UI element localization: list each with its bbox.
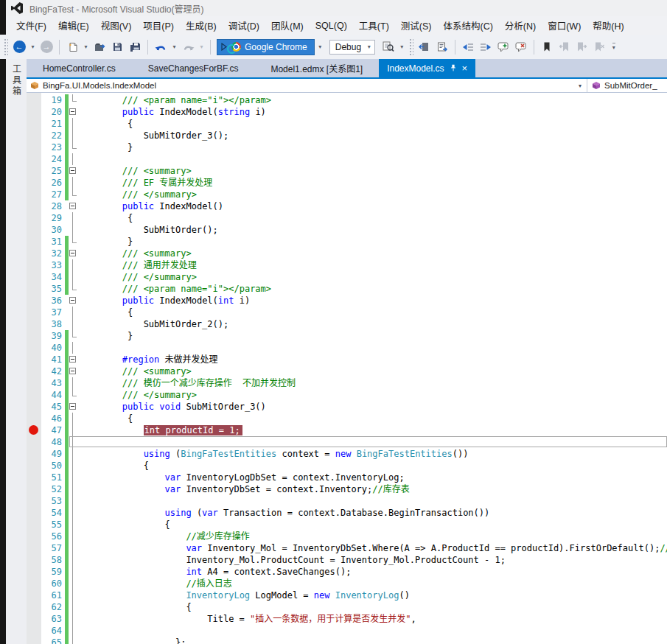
breakpoint-margin[interactable] [27, 153, 41, 165]
code-text[interactable]: var InventoryLogDbSet = context.Inventor… [80, 472, 405, 483]
code-text[interactable]: { [80, 212, 133, 224]
code-text[interactable]: /// <summary> [80, 248, 192, 259]
collapse-box-icon[interactable] [69, 203, 76, 209]
code-text[interactable]: using (BingFaTestEntities context = new … [80, 448, 468, 460]
type-dropdown[interactable]: BingFa.UI.Models.IndexModel [27, 81, 573, 90]
code-text[interactable]: //插入日志 [80, 578, 232, 589]
start-debug-dropdown[interactable]: ▾ [316, 43, 324, 50]
code-text[interactable]: /// EF 专属并发处理 [80, 177, 212, 189]
outline-margin[interactable] [69, 165, 80, 177]
code-text[interactable]: var InventoryDbSet = context.Inventory;/… [80, 483, 410, 495]
menu-item[interactable]: 帮助(H) [587, 15, 629, 35]
start-debug-button[interactable]: Google Chrome [217, 39, 315, 55]
outline-margin[interactable] [69, 365, 80, 377]
collapse-box-icon[interactable] [69, 368, 76, 374]
collapse-box-icon[interactable] [69, 167, 76, 174]
breakpoint-margin[interactable] [27, 554, 41, 566]
breakpoint-margin[interactable] [27, 106, 41, 118]
code-text[interactable]: /// <summary> [80, 165, 192, 177]
document-tab[interactable]: HomeController.cs [27, 59, 132, 77]
code-text[interactable]: //减少库存操作 [80, 531, 250, 542]
breakpoint-margin[interactable] [27, 283, 41, 295]
collapse-box-icon[interactable] [69, 297, 76, 304]
menu-item[interactable]: 测试(S) [395, 15, 438, 35]
peek-definition-button[interactable] [434, 39, 450, 55]
breakpoint-icon[interactable] [29, 425, 38, 435]
breakpoint-margin[interactable] [27, 448, 41, 460]
close-tab-icon[interactable]: × [462, 64, 468, 73]
outline-margin[interactable] [69, 354, 80, 365]
breakpoint-margin[interactable] [27, 259, 41, 271]
document-tab[interactable]: Model1.edmx [关系图1] [254, 59, 379, 77]
menu-item[interactable]: 项目(P) [137, 15, 180, 35]
code-text[interactable]: public IndexModel(int i) [80, 295, 250, 307]
code-text[interactable]: } [80, 141, 133, 153]
breakpoint-margin[interactable] [27, 130, 41, 141]
toolbar-overflow-dropdown[interactable]: ▾ [612, 43, 615, 51]
breakpoint-margin[interactable] [27, 460, 41, 472]
code-text[interactable]: public IndexModel(string i) [80, 106, 266, 118]
breakpoint-margin[interactable] [27, 483, 41, 495]
menu-item[interactable]: 编辑(E) [52, 15, 95, 35]
code-text[interactable]: int productId = 1; [80, 424, 242, 436]
navigate-forward-button[interactable]: → [38, 39, 55, 55]
pin-icon[interactable] [450, 63, 457, 74]
document-tab[interactable]: IndexModel.cs× [379, 59, 475, 77]
code-text[interactable]: /// </summary> [80, 189, 197, 200]
previous-bookmark-button[interactable] [556, 39, 573, 55]
breakpoint-margin[interactable] [27, 377, 41, 389]
breakpoint-margin[interactable] [27, 424, 41, 436]
code-text[interactable]: /// 通用并发处理 [80, 259, 197, 271]
breakpoint-margin[interactable] [27, 601, 41, 613]
menu-item[interactable]: 体系结构(C) [437, 15, 498, 35]
breakpoint-margin[interactable] [27, 318, 41, 330]
code-text[interactable]: /// <param name="i"></param> [80, 94, 271, 106]
breakpoint-margin[interactable] [27, 248, 41, 259]
breakpoint-margin[interactable] [27, 295, 41, 307]
code-editor[interactable]: 19/// <param name="i"></param>20public I… [27, 93, 667, 644]
toggle-bookmark-button[interactable] [539, 39, 555, 55]
breakpoint-margin[interactable] [27, 531, 41, 542]
toolbar-grip[interactable] [4, 38, 8, 56]
breakpoint-margin[interactable] [27, 578, 41, 589]
comment-out-button[interactable] [495, 39, 511, 55]
toolbar-grip[interactable] [409, 38, 413, 56]
toolbox-tab[interactable]: 工具箱 [10, 64, 23, 107]
document-tab[interactable]: SaveChangesForBF.cs [132, 59, 255, 77]
next-bookmark-button[interactable] [574, 39, 590, 55]
menu-item[interactable]: 团队(M) [265, 15, 310, 35]
breakpoint-margin[interactable] [27, 94, 41, 106]
code-text[interactable]: using (var Transaction = context.Databas… [80, 507, 489, 519]
code-text[interactable]: { [80, 307, 133, 318]
menu-item[interactable]: 窗口(W) [542, 15, 587, 35]
breakpoint-margin[interactable] [27, 224, 41, 236]
breakpoint-margin[interactable] [27, 413, 41, 424]
save-button[interactable] [109, 39, 125, 55]
code-text[interactable]: /// </summary> [80, 271, 197, 283]
breakpoint-margin[interactable] [27, 141, 41, 153]
breakpoint-margin[interactable] [27, 342, 41, 354]
undo-dropdown[interactable]: ▾ [170, 43, 178, 50]
breakpoint-margin[interactable] [27, 589, 41, 601]
breakpoint-margin[interactable] [27, 613, 41, 625]
outline-margin[interactable] [69, 295, 80, 307]
code-text[interactable]: Title = "插入一条数据，用于计算是否发生并发", [80, 613, 416, 625]
breakpoint-margin[interactable] [27, 200, 41, 212]
code-text[interactable]: /// <summary> [80, 365, 192, 377]
menu-item[interactable]: 工具(T) [353, 15, 395, 35]
open-file-button[interactable] [91, 39, 108, 55]
code-text[interactable]: SubMitOrder_2(); [80, 318, 228, 330]
breakpoint-margin[interactable] [27, 401, 41, 413]
undo-button[interactable] [153, 39, 169, 55]
member-dropdown[interactable]: SubMitOrder_ [587, 79, 667, 92]
code-text[interactable]: { [80, 519, 170, 531]
goto-definition-button[interactable] [416, 39, 433, 55]
code-text[interactable]: public void SubMitOrder_3() [80, 401, 266, 413]
save-all-button[interactable] [127, 39, 143, 55]
increase-indent-button[interactable] [478, 39, 494, 55]
code-text[interactable]: { [80, 118, 133, 130]
menu-item[interactable]: 文件(F) [10, 15, 52, 35]
collapse-box-icon[interactable] [69, 108, 76, 115]
collapse-box-icon[interactable] [69, 356, 76, 363]
code-text[interactable]: public IndexModel() [80, 200, 223, 212]
